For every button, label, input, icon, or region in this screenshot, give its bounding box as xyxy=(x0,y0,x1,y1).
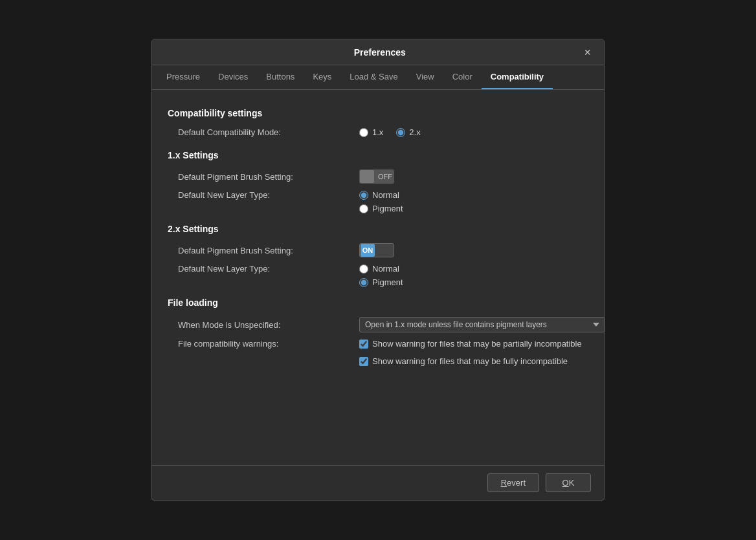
revert-underline: R xyxy=(501,478,507,488)
compat-mode-1x-label: 1.x xyxy=(372,127,383,137)
pigment-brush-2x-row: Default Pigment Brush Setting: ON xyxy=(168,243,588,257)
layer-type-1x-row: Default New Layer Type: Normal Pigment xyxy=(168,190,588,213)
tab-devices[interactable]: Devices xyxy=(209,65,257,89)
tab-color[interactable]: Color xyxy=(443,65,482,89)
tab-buttons[interactable]: Buttons xyxy=(257,65,304,89)
title-bar: Preferences × xyxy=(152,40,604,65)
layer-type-1x-pigment-label: Pigment xyxy=(372,204,403,213)
tab-pressure[interactable]: Pressure xyxy=(157,65,209,89)
file-compat-row: File compatibility warnings: Show warnin… xyxy=(168,339,588,370)
layer-type-2x-options: Normal Pigment xyxy=(359,264,403,287)
layer-type-2x-pigment-radio[interactable] xyxy=(359,278,368,287)
file-compat-warn2-checkbox[interactable] xyxy=(359,357,368,366)
settings-1x-title: 1.x Settings xyxy=(168,150,588,160)
layer-type-1x-pigment-radio[interactable] xyxy=(359,204,368,213)
dialog-title: Preferences xyxy=(178,47,581,58)
tab-view[interactable]: View xyxy=(407,65,443,89)
pigment-brush-2x-label: Default Pigment Brush Setting: xyxy=(178,246,359,255)
compat-mode-label: Default Compatibility Mode: xyxy=(178,127,359,137)
layer-type-2x-row: Default New Layer Type: Normal Pigment xyxy=(168,264,588,287)
when-mode-label: When Mode is Unspecified: xyxy=(178,320,359,330)
footer: Revert OK xyxy=(152,465,604,500)
revert-button[interactable]: Revert xyxy=(487,473,539,492)
ok-button[interactable]: OK xyxy=(546,473,591,492)
file-compat-warn2-row[interactable]: Show warning for files that may be fully… xyxy=(359,356,582,366)
layer-type-2x-normal-radio[interactable] xyxy=(359,265,368,274)
file-compat-warn1-checkbox[interactable] xyxy=(359,340,368,349)
file-loading-title: File loading xyxy=(168,297,588,308)
file-compat-checks: Show warning for files that may be parti… xyxy=(359,339,582,370)
layer-type-1x-options: Normal Pigment xyxy=(359,190,403,213)
layer-type-1x-normal-label: Normal xyxy=(372,190,399,200)
layer-type-2x-pigment-label: Pigment xyxy=(372,277,403,287)
pigment-brush-1x-toggle[interactable]: OFF xyxy=(359,169,394,184)
tabs-bar: Pressure Devices Buttons Keys Load & Sav… xyxy=(152,65,604,90)
settings-2x-title: 2.x Settings xyxy=(168,224,588,234)
file-compat-warn2-label: Show warning for files that may be fully… xyxy=(372,356,568,366)
compat-mode-2x-option[interactable]: 2.x xyxy=(396,127,420,137)
layer-type-1x-normal-option[interactable]: Normal xyxy=(359,190,403,200)
revert-label-rest: evert xyxy=(507,478,526,488)
toggle-1x-label: OFF xyxy=(378,173,392,180)
compat-mode-2x-label: 2.x xyxy=(409,127,420,137)
pigment-brush-2x-toggle[interactable]: ON xyxy=(359,243,394,257)
compat-mode-options: 1.x 2.x xyxy=(359,127,421,137)
layer-type-1x-label: Default New Layer Type: xyxy=(178,190,359,200)
toggle-1x-knob xyxy=(360,170,374,183)
tab-load-save[interactable]: Load & Save xyxy=(340,65,406,89)
pigment-brush-1x-row: Default Pigment Brush Setting: OFF xyxy=(168,169,588,184)
tab-keys[interactable]: Keys xyxy=(304,65,340,89)
layer-type-2x-normal-option[interactable]: Normal xyxy=(359,264,403,274)
layer-type-1x-normal-radio[interactable] xyxy=(359,191,368,200)
tab-compatibility[interactable]: Compatibility xyxy=(482,65,553,89)
ok-label-rest: K xyxy=(569,478,575,488)
toggle-2x-label: ON xyxy=(361,244,375,257)
close-button[interactable]: × xyxy=(581,47,594,58)
file-compat-warn1-label: Show warning for files that may be parti… xyxy=(372,339,582,349)
layer-type-2x-label: Default New Layer Type: xyxy=(178,264,359,274)
toggle-2x-knob: ON xyxy=(361,244,375,257)
when-mode-dropdown[interactable]: Open in 1.x mode unless file contains pi… xyxy=(359,317,605,332)
file-compat-warn1-row[interactable]: Show warning for files that may be parti… xyxy=(359,339,582,349)
layer-type-1x-pigment-option[interactable]: Pigment xyxy=(359,204,403,213)
compat-mode-1x-radio[interactable] xyxy=(359,128,368,137)
ok-underline: O xyxy=(562,478,569,488)
pigment-brush-1x-label: Default Pigment Brush Setting: xyxy=(178,172,359,182)
compat-mode-2x-radio[interactable] xyxy=(396,128,405,137)
layer-type-2x-pigment-option[interactable]: Pigment xyxy=(359,277,403,287)
when-mode-row: When Mode is Unspecified: Open in 1.x mo… xyxy=(168,317,588,332)
layer-type-2x-normal-label: Normal xyxy=(372,264,399,274)
compat-mode-row: Default Compatibility Mode: 1.x 2.x xyxy=(168,127,588,137)
main-content: Compatibility settings Default Compatibi… xyxy=(152,90,604,465)
preferences-dialog: Preferences × Pressure Devices Buttons K… xyxy=(151,39,605,501)
file-compat-label: File compatibility warnings: xyxy=(178,339,359,349)
compat-settings-title: Compatibility settings xyxy=(168,108,588,118)
compat-mode-1x-option[interactable]: 1.x xyxy=(359,127,383,137)
